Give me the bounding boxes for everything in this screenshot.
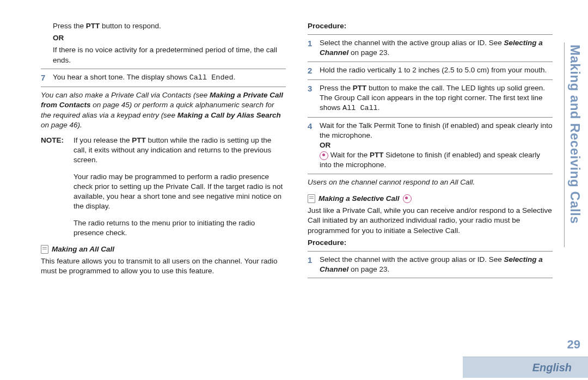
or-label: OR	[320, 141, 330, 149]
note-text-3: The radio returns to the menu prior to i…	[74, 218, 286, 238]
doc-icon	[41, 245, 48, 254]
step-number: 1	[308, 39, 312, 48]
right-column: Procedure: 1 Select the channel with the…	[308, 19, 553, 281]
divider	[308, 117, 553, 118]
page-content: Press the PTT button to respond. OR If t…	[41, 19, 553, 281]
page-number: 29	[567, 338, 580, 352]
no-voice-line: If there is no voice activity for a pred…	[53, 45, 286, 65]
divider	[308, 79, 553, 80]
section-making-selective-call: Making a Selective Call	[308, 194, 553, 204]
divider	[308, 174, 553, 174]
step-7: 7 You hear a short tone. The display sho…	[41, 72, 286, 83]
or-label: OR	[53, 33, 286, 43]
divider	[41, 87, 286, 87]
italic-after: Users on the channel cannot respond to a…	[308, 177, 553, 187]
step-number: 7	[41, 73, 45, 82]
proc2-step-1: 1 Select the channel with the active gro…	[308, 255, 553, 274]
left-column: Press the PTT button to respond. OR If t…	[41, 19, 286, 281]
note-text-1: If you release the PTT button while the …	[74, 136, 286, 166]
note-label: NOTE:	[41, 136, 64, 144]
italic-note: You can also make a Private Call via Con…	[41, 90, 286, 130]
step-number: 4	[308, 121, 312, 131]
selective-description: Just like a Private Call, while you can …	[308, 206, 553, 236]
divider	[308, 34, 553, 35]
language-tab: English	[463, 357, 588, 378]
divider	[308, 278, 553, 278]
procedure-label-2: Procedure:	[308, 238, 553, 248]
note-block: NOTE: If you release the PTT button whil…	[41, 136, 286, 166]
procedure-label: Procedure:	[308, 21, 553, 31]
divider	[41, 69, 286, 69]
step-number: 2	[308, 66, 312, 75]
proc-step-3: 3 Press the PTT button to make the call.…	[308, 83, 553, 114]
proc-step-1: 1 Select the channel with the active gro…	[308, 38, 553, 58]
divider	[308, 62, 553, 62]
ptt-sidetone-icon	[320, 151, 328, 160]
section-making-all-call: Making an All Call	[41, 244, 286, 254]
selective-call-icon	[403, 194, 412, 203]
note-text-2: Your radio may be programmed to perform …	[74, 172, 286, 212]
proc-step-4: 4 Wait for the Talk Permit Tone to finis…	[308, 121, 553, 170]
step-text: You hear a short tone. The display shows…	[53, 72, 286, 83]
step-number: 1	[308, 255, 312, 265]
step-number: 3	[308, 84, 312, 93]
divider	[308, 251, 553, 252]
intro-line: Press the PTT button to respond.	[53, 21, 286, 31]
doc-icon	[308, 194, 315, 203]
side-tab: Making and Receiving Calls	[564, 44, 583, 246]
proc-step-2: 2 Hold the radio vertically 1 to 2 inche…	[308, 65, 553, 76]
allcall-description: This feature allows you to transmit to a…	[41, 256, 286, 276]
